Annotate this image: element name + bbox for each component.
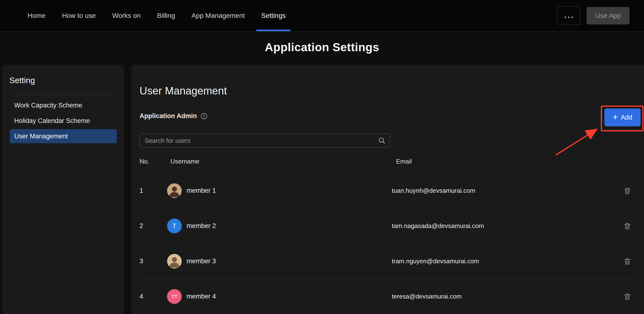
email: tam.nagasada@devsamurai.com [388, 222, 616, 230]
top-navbar: HomeHow to useWorks onBillingApp Managem… [0, 0, 644, 32]
search-icon[interactable] [378, 136, 386, 145]
panel-title: User Management [140, 85, 227, 97]
table-row: 1member 1tuan.huynh@devsamurai.com [140, 173, 638, 208]
row-actions [616, 185, 638, 196]
row-number: 4 [140, 293, 162, 300]
row-actions [616, 291, 638, 302]
email: tram.nguyen@devsamurai.com [388, 257, 616, 265]
user-cell: member 3 [162, 254, 388, 269]
delete-user-button[interactable] [622, 220, 633, 232]
add-user-button[interactable]: + Add [604, 108, 640, 126]
nav-item-home[interactable]: Home [19, 0, 54, 31]
sidebar-item-user-management[interactable]: User Management [10, 129, 117, 143]
sidebar-title: Setting [2, 65, 124, 85]
table-row: 3member 3tram.nguyen@devsamurai.com [140, 244, 638, 279]
nav-item-label: App Management [192, 12, 245, 20]
nav-item-app-management[interactable]: App Management [183, 0, 253, 31]
username: member 2 [186, 222, 216, 230]
header-email: Email [388, 158, 616, 165]
header-username: Username [162, 158, 388, 165]
settings-sidebar: Setting Work Capacity SchemeHoliday Cale… [2, 65, 124, 314]
sidebar-item-work-capacity-scheme[interactable]: Work Capacity Scheme [10, 98, 117, 112]
user-avatar: TT [167, 289, 182, 304]
sidebar-item-holiday-calendar-scheme[interactable]: Holiday Calendar Scheme [10, 114, 117, 128]
nav-item-label: Settings [261, 12, 286, 20]
nav-item-billing[interactable]: Billing [149, 0, 184, 31]
sidebar-divider [10, 94, 117, 94]
table-row: 2Tmember 2tam.nagasada@devsamurai.com [140, 208, 638, 244]
nav-item-label: Home [28, 12, 46, 20]
delete-user-button[interactable] [622, 291, 633, 302]
row-actions [616, 220, 638, 232]
delete-user-button[interactable] [622, 256, 633, 267]
nav-item-settings[interactable]: Settings [253, 0, 294, 31]
use-app-button[interactable]: Use App [586, 7, 630, 25]
email: teresa@devsamurai.com [388, 293, 616, 300]
row-number: 1 [140, 187, 162, 194]
user-search-box [140, 134, 390, 148]
plus-icon: + [612, 113, 618, 122]
user-table: No. Username Email 1member 1tuan.huynh@d… [140, 155, 638, 314]
row-number: 3 [140, 257, 162, 265]
user-management-panel: User Management Application Admin + Add … [131, 65, 644, 314]
search-input[interactable] [140, 134, 378, 147]
user-avatar [167, 183, 182, 198]
sidebar-list: Work Capacity SchemeHoliday Calendar Sch… [2, 98, 124, 143]
row-number: 2 [140, 222, 162, 230]
username: member 4 [186, 293, 216, 300]
more-button[interactable]: … [557, 6, 580, 25]
nav-item-how-to-use[interactable]: How to use [54, 0, 104, 31]
nav-actions: … Use App [557, 6, 630, 25]
user-avatar: T [167, 219, 182, 233]
delete-user-button[interactable] [622, 185, 633, 196]
sidebar-item-label: Work Capacity Scheme [14, 102, 82, 109]
row-actions [616, 256, 638, 267]
page-title: Application Settings [0, 41, 644, 54]
user-cell: member 1 [162, 183, 388, 198]
nav-item-label: Works on [112, 12, 141, 20]
table-header: No. Username Email [140, 155, 638, 168]
nav-item-works-on[interactable]: Works on [104, 0, 149, 31]
sidebar-item-label: Holiday Calendar Scheme [14, 117, 90, 125]
sidebar-item-label: User Management [14, 133, 68, 140]
email: tuan.huynh@devsamurai.com [388, 187, 616, 194]
user-cell: TTmember 4 [162, 289, 388, 304]
nav-menu: HomeHow to useWorks onBillingApp Managem… [19, 0, 294, 31]
header-no: No. [140, 158, 162, 165]
section-label: Application Admin [140, 112, 197, 120]
user-cell: Tmember 2 [162, 219, 388, 233]
username: member 3 [186, 257, 216, 265]
username: member 1 [186, 187, 216, 194]
add-button-label: Add [620, 114, 632, 121]
info-icon[interactable] [200, 113, 208, 120]
more-icon: … [563, 9, 574, 20]
user-table-rows: 1member 1tuan.huynh@devsamurai.com2Tmemb… [140, 173, 638, 314]
nav-item-label: Billing [157, 12, 175, 20]
nav-item-label: How to use [62, 12, 96, 20]
table-row: 4TTmember 4teresa@devsamurai.com [140, 279, 638, 314]
user-avatar [167, 254, 182, 269]
application-admin-section: Application Admin [140, 112, 208, 120]
